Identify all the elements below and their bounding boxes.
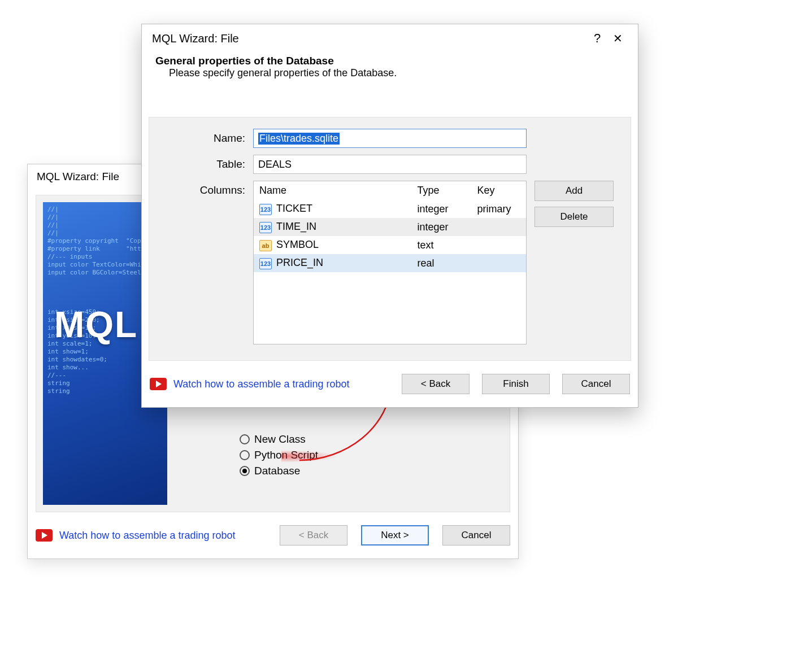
- col-header-name: Name: [254, 181, 412, 200]
- radio-label: Python Script: [254, 449, 318, 461]
- radio-icon: [240, 450, 250, 460]
- table-input[interactable]: DEALS: [253, 155, 527, 174]
- col-header-key: Key: [472, 181, 526, 200]
- wizard-subheading: Please specify general properties of the…: [155, 67, 624, 79]
- radio-new-class[interactable]: New Class: [240, 433, 318, 446]
- number-type-icon: 123: [259, 204, 272, 215]
- name-label: Name:: [160, 129, 245, 145]
- watch-video-label: Watch how to assemble a trading robot: [59, 530, 236, 542]
- banner-logo-text: MQL: [54, 304, 138, 346]
- dialog-title: MQL Wizard: File: [152, 32, 239, 45]
- close-button[interactable]: ✕: [607, 32, 628, 45]
- next-button[interactable]: Next >: [361, 525, 429, 546]
- radio-label: Database: [254, 465, 300, 477]
- finish-button[interactable]: Finish: [482, 374, 550, 394]
- number-type-icon: 123: [259, 222, 272, 233]
- number-type-icon: 123: [259, 258, 272, 269]
- radio-icon: [240, 466, 250, 476]
- youtube-icon: [36, 529, 53, 542]
- column-row[interactable]: 123TICKETintegerprimary: [254, 200, 526, 218]
- wizard-dialog-database: MQL Wizard: File ? ✕ General properties …: [141, 24, 638, 408]
- radio-label: New Class: [254, 433, 306, 446]
- text-type-icon: ab: [259, 240, 272, 251]
- delete-column-button[interactable]: Delete: [534, 207, 614, 227]
- columns-table[interactable]: Name Type Key 123TICKETintegerprimary123…: [253, 181, 527, 344]
- watch-video-link[interactable]: Watch how to assemble a trading robot: [36, 529, 236, 542]
- col-header-type: Type: [412, 181, 472, 200]
- columns-label: Columns:: [160, 181, 245, 197]
- template-radio-group: New ClassPython ScriptDatabase: [240, 430, 318, 481]
- add-column-button[interactable]: Add: [534, 181, 614, 201]
- radio-python-script[interactable]: Python Script: [240, 449, 318, 461]
- watch-video-link[interactable]: Watch how to assemble a trading robot: [150, 378, 350, 390]
- back-button[interactable]: < Back: [402, 374, 470, 394]
- help-button[interactable]: ?: [587, 31, 607, 46]
- cancel-button[interactable]: Cancel: [562, 374, 630, 394]
- watch-video-label: Watch how to assemble a trading robot: [173, 378, 350, 390]
- name-input[interactable]: Files\trades.sqlite: [253, 129, 527, 148]
- back-button: < Back: [280, 525, 347, 546]
- column-row[interactable]: abSYMBOLtext: [254, 236, 526, 254]
- table-label: Table:: [160, 155, 245, 171]
- radio-database[interactable]: Database: [240, 465, 318, 477]
- youtube-icon: [150, 378, 167, 390]
- column-row[interactable]: 123TIME_INinteger: [254, 218, 526, 236]
- column-row[interactable]: 123PRICE_INreal: [254, 254, 526, 272]
- cancel-button[interactable]: Cancel: [442, 525, 510, 546]
- radio-icon: [240, 434, 250, 444]
- wizard-heading: General properties of the Database: [155, 55, 624, 67]
